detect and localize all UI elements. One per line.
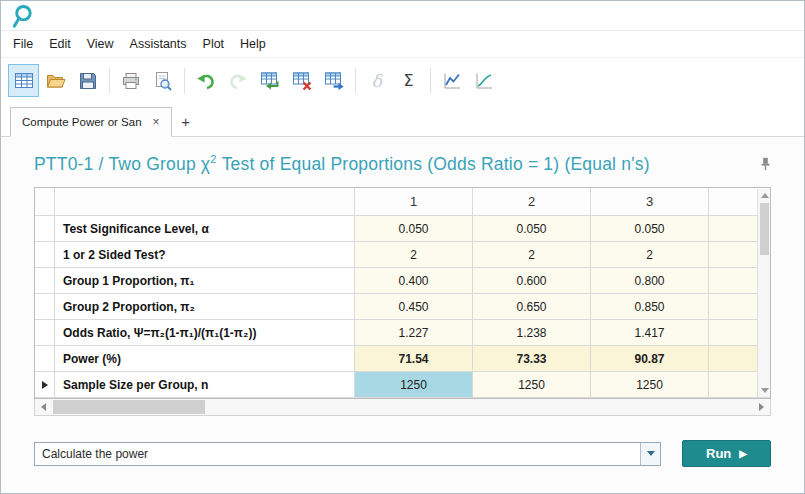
table-row-sample-size: Sample Size per Group, n 1250 1250 1250 [35,372,770,398]
grid-cell[interactable]: 1250 [591,372,709,398]
grid-cell-result[interactable]: 90.87 [591,346,709,372]
grid-cell[interactable]: 2 [591,242,709,268]
grid-cell[interactable]: 1.227 [355,320,473,346]
run-label: Run [706,446,731,461]
column-header[interactable]: 1 [355,188,473,216]
corner-cell [35,188,55,216]
toolbar-separator [430,68,431,94]
sigma-glyph: Σ [403,71,413,90]
column-header[interactable]: 2 [473,188,591,216]
grid-cell[interactable]: 0.450 [355,294,473,320]
table-row: Odds Ratio, Ψ=π₂(1-π₁)/(π₁(1-π₂)) 1.227 … [35,320,770,346]
curve-chart-icon[interactable] [468,64,499,97]
scroll-left-icon[interactable] [35,399,52,415]
undo-icon[interactable] [190,64,221,97]
grid-cell[interactable]: 0.650 [473,294,591,320]
content-area: PTT0-1 / Two Group χ2 Test of Equal Prop… [1,137,804,493]
table-fill-right-icon[interactable] [318,64,349,97]
table-row: 1 or 2 Sided Test? 2 2 2 [35,242,770,268]
scroll-right-icon[interactable] [753,399,770,415]
grid-cell[interactable]: 1.238 [473,320,591,346]
footer-bar: Calculate the power Run ▶ [34,440,771,467]
scroll-up-icon[interactable] [761,193,769,198]
table-arrow-icon[interactable] [254,64,285,97]
menu-view[interactable]: View [79,33,122,55]
row-indicator[interactable] [35,216,55,242]
tab-bar: Compute Power or San × + [1,103,804,137]
scroll-down-icon[interactable] [761,388,769,393]
row-label[interactable]: 1 or 2 Sided Test? [55,242,355,268]
table-header-row: 1 2 3 [35,188,770,216]
play-icon: ▶ [739,448,747,459]
menu-plot[interactable]: Plot [195,33,233,55]
sigma-icon[interactable]: Σ [393,64,424,97]
grid-cell-result[interactable]: 73.33 [473,346,591,372]
row-label[interactable]: Group 2 Proportion, π₂ [55,294,355,320]
app-window: File Edit View Assistants Plot Help [0,0,805,494]
row-indicator[interactable] [35,242,55,268]
row-label[interactable]: Sample Size per Group, n [55,372,355,398]
table-row-power: Power (%) 71.54 73.33 90.87 [35,346,770,372]
print-icon[interactable] [115,64,146,97]
page-title: PTT0-1 / Two Group χ2 Test of Equal Prop… [34,153,650,175]
vertical-scrollbar[interactable] [757,189,770,397]
grid-cell[interactable]: 0.050 [355,216,473,242]
close-icon[interactable]: × [153,116,160,128]
grid-cell[interactable]: 1.417 [591,320,709,346]
toolbar-separator [184,68,185,94]
delta-glyph: δ [371,71,381,91]
horizontal-scroll-thumb[interactable] [53,400,205,414]
chevron-down-icon [647,451,655,456]
run-button[interactable]: Run ▶ [682,440,771,467]
action-select[interactable]: Calculate the power [34,442,661,466]
action-select-value: Calculate the power [35,447,640,461]
row-label[interactable]: Group 1 Proportion, π₁ [55,268,355,294]
grid-cell[interactable]: 2 [355,242,473,268]
row-label[interactable]: Odds Ratio, Ψ=π₂(1-π₁)/(π₁(1-π₂)) [55,320,355,346]
grid-cell[interactable]: 0.800 [591,268,709,294]
menu-help[interactable]: Help [232,33,274,55]
parameter-table: 1 2 3 Test Significance Level, α 0.050 0… [34,187,771,399]
menu-assistants[interactable]: Assistants [122,33,195,55]
grid-cell[interactable]: 1250 [473,372,591,398]
current-row-indicator[interactable] [35,372,55,398]
tab-compute-power[interactable]: Compute Power or San × [10,107,172,137]
column-header[interactable]: 3 [591,188,709,216]
save-icon[interactable] [72,64,103,97]
row-indicator[interactable] [35,346,55,372]
table-grid-icon[interactable] [8,64,39,97]
grid-cell[interactable]: 0.050 [473,216,591,242]
grid-cell[interactable]: 0.400 [355,268,473,294]
grid-cell-result[interactable]: 71.54 [355,346,473,372]
delta-icon[interactable]: δ [361,64,392,97]
grid-cell[interactable]: 2 [473,242,591,268]
table-row: Group 2 Proportion, π₂ 0.450 0.650 0.850 [35,294,770,320]
menu-bar: File Edit View Assistants Plot Help [1,31,804,58]
row-label[interactable]: Power (%) [55,346,355,372]
print-preview-icon[interactable] [147,64,178,97]
table-row: Group 1 Proportion, π₁ 0.400 0.600 0.800 [35,268,770,294]
row-indicator[interactable] [35,294,55,320]
grid-cell-selected[interactable]: 1250 [355,372,473,398]
line-chart-icon[interactable] [436,64,467,97]
grid-cell[interactable]: 0.850 [591,294,709,320]
title-bar [1,1,804,31]
new-tab-button[interactable]: + [172,108,200,134]
row-indicator[interactable] [35,320,55,346]
grid-cell[interactable]: 0.600 [473,268,591,294]
vertical-scroll-thumb[interactable] [760,203,769,255]
row-indicator[interactable] [35,268,55,294]
grid-cell[interactable]: 0.050 [591,216,709,242]
tab-label: Compute Power or San [22,116,142,128]
menu-file[interactable]: File [5,33,41,55]
menu-edit[interactable]: Edit [41,33,79,55]
open-folder-icon[interactable] [40,64,71,97]
current-row-arrow-icon [42,381,48,389]
action-select-arrow[interactable] [640,443,660,465]
redo-icon[interactable] [222,64,253,97]
nquery-logo-icon [10,15,34,32]
table-delete-icon[interactable] [286,64,317,97]
horizontal-scrollbar[interactable] [34,399,771,416]
pin-icon[interactable] [760,157,771,175]
row-label[interactable]: Test Significance Level, α [55,216,355,242]
